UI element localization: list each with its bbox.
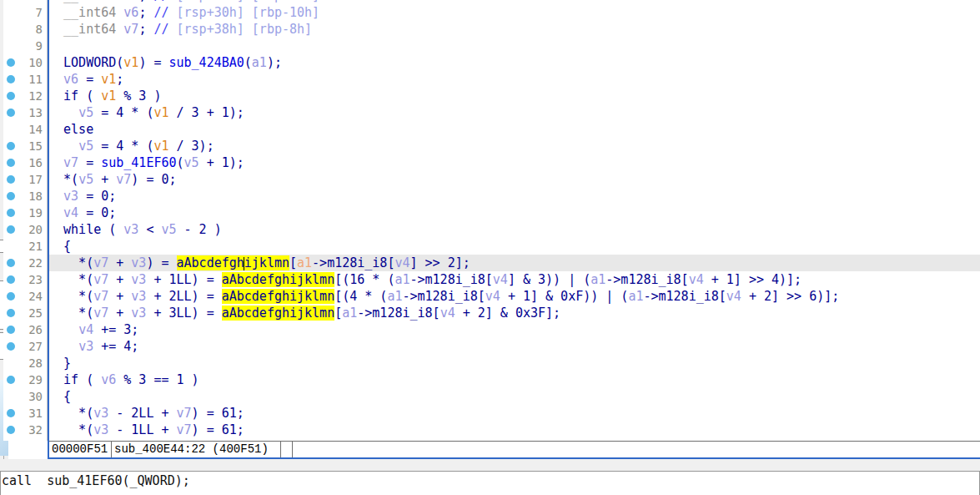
breakpoint-dot[interactable] <box>7 175 15 184</box>
code-token: + 2] >> 6)]; <box>741 289 839 304</box>
code-line[interactable]: *(v3 - 1LL + v7) = 61; <box>48 422 980 438</box>
code-line[interactable]: *(v5 + v7) = 0; <box>48 171 980 188</box>
breakpoint-dot[interactable] <box>7 58 15 67</box>
status-location: sub_400E44:22 (400F51) <box>112 442 281 458</box>
gutter-cell[interactable]: 13 <box>3 104 48 121</box>
code-token <box>116 0 123 3</box>
code-line[interactable]: *(v7 + v3) = aAbcdefghijklmn[a1->m128i_i… <box>48 255 980 271</box>
code-line[interactable]: v3 += 4; <box>48 338 980 355</box>
code-token: - 2LL + <box>108 406 176 421</box>
code-token: v1 <box>153 105 168 120</box>
code-line[interactable]: if ( v6 % 3 == 1 ) <box>48 371 980 388</box>
code-token: v1 <box>101 88 116 104</box>
breakpoint-dot[interactable] <box>7 376 15 384</box>
code-line[interactable]: *(v7 + v3 + 3LL) = aAbcdefghijklmn[a1->m… <box>48 305 980 321</box>
breakpoint-dot[interactable] <box>7 142 15 150</box>
code-token: = 4 * ( <box>93 139 153 154</box>
gutter-cell[interactable]: 20 <box>3 221 48 238</box>
pseudocode-pane[interactable]: 6 __int64 v5; // [rsp+28h] [rbp-18h]7 __… <box>3 0 980 441</box>
code-line[interactable]: v5 = 4 * (v1 / 3); <box>48 138 980 154</box>
code-line[interactable]: v6 = v1; <box>48 71 980 88</box>
gutter-cell[interactable]: 7 <box>3 4 48 21</box>
code-row: 7 __int64 v6; // [rsp+30h] [rbp-10h] <box>3 4 980 21</box>
code-line[interactable]: if ( v1 % 3 ) <box>48 88 980 104</box>
gutter-underrun <box>8 441 48 459</box>
gutter-cell[interactable]: 32 <box>3 422 48 438</box>
code-row: 20 while ( v3 < v5 - 2 ) <box>3 221 980 238</box>
code-token <box>116 22 123 37</box>
code-line[interactable]: { <box>48 388 980 405</box>
gutter-cell[interactable]: 9 <box>3 38 48 54</box>
breakpoint-dot[interactable] <box>7 192 15 200</box>
gutter-cell[interactable]: 31 <box>3 405 48 422</box>
gutter-cell[interactable]: 27 <box>3 338 48 355</box>
gutter-cell[interactable]: 12 <box>3 88 48 104</box>
breakpoint-dot[interactable] <box>7 225 15 234</box>
code-line[interactable]: v4 = 0; <box>48 205 980 221</box>
breakpoint-dot[interactable] <box>7 342 15 351</box>
code-line[interactable]: else <box>48 121 980 138</box>
code-token: += 3; <box>93 322 138 337</box>
code-row: 9 <box>3 38 980 54</box>
gutter-cell[interactable]: 21 <box>3 238 48 255</box>
gutter-cell[interactable]: 14 <box>3 121 48 138</box>
gutter-cell[interactable]: 23 <box>3 271 48 288</box>
code-line[interactable]: *(v7 + v3 + 1LL) = aAbcdefghijklmn[(16 *… <box>48 271 980 288</box>
gutter-cell[interactable]: 26 <box>3 321 48 338</box>
line-number: 7 <box>3 4 48 21</box>
breakpoint-dot[interactable] <box>7 109 15 117</box>
breakpoint-dot[interactable] <box>7 275 15 284</box>
line-number: 30 <box>3 388 48 405</box>
gutter-cell[interactable]: 16 <box>3 154 48 171</box>
gutter-cell[interactable]: 18 <box>3 188 48 205</box>
code-token: v3 <box>63 189 78 204</box>
gutter-cell[interactable]: 11 <box>3 71 48 88</box>
gutter-cell[interactable]: 10 <box>3 54 48 71</box>
code-token: v1 <box>153 139 168 154</box>
code-line[interactable]: __int64 v7; // [rsp+38h] [rbp-8h] <box>48 21 980 38</box>
gutter-cell[interactable]: 17 <box>3 171 48 188</box>
code-line[interactable] <box>48 38 980 54</box>
code-token: [ <box>289 255 297 270</box>
code-line[interactable]: LODWORD(v1) = sub_424BA0(a1); <box>48 54 980 71</box>
code-line[interactable]: v5 = 4 * (v1 / 3 + 1); <box>48 104 980 121</box>
gutter-cell[interactable]: 25 <box>3 305 48 321</box>
breakpoint-dot[interactable] <box>7 75 15 83</box>
breakpoint-dot[interactable] <box>7 309 15 317</box>
code-line[interactable]: v4 += 3; <box>48 321 980 338</box>
breakpoint-dot[interactable] <box>7 259 15 267</box>
code-token: ) = <box>138 55 168 70</box>
code-token: __int64 <box>48 5 116 20</box>
code-line[interactable]: while ( v3 < v5 - 2 ) <box>48 221 980 238</box>
code-row: 16 v7 = sub_41EF60(v5 + 1); <box>3 154 980 171</box>
code-token: v7 <box>93 255 108 270</box>
breakpoint-dot[interactable] <box>7 159 15 167</box>
code-line[interactable]: { <box>48 238 980 255</box>
breakpoint-dot[interactable] <box>7 409 15 417</box>
gutter-cell[interactable]: 15 <box>3 138 48 154</box>
code-line[interactable]: v3 = 0; <box>48 188 980 205</box>
code-token: / 3); <box>169 139 214 154</box>
gutter-cell[interactable]: 30 <box>3 388 48 405</box>
code-token: ->m128i_i8[ <box>312 255 395 270</box>
gutter-cell[interactable]: 8 <box>3 21 48 38</box>
gutter-cell[interactable]: 28 <box>3 355 48 371</box>
code-token: ) = 0; <box>131 172 176 187</box>
gutter-cell[interactable]: 29 <box>3 371 48 388</box>
breakpoint-dot[interactable] <box>7 326 15 334</box>
breakpoint-dot[interactable] <box>7 92 15 100</box>
breakpoint-dot[interactable] <box>7 426 15 434</box>
code-line[interactable]: *(v3 - 2LL + v7) = 61; <box>48 405 980 422</box>
gutter-cell[interactable]: 19 <box>3 205 48 221</box>
code-line[interactable]: v7 = sub_41EF60(v5 + 1); <box>48 154 980 171</box>
breakpoint-dot[interactable] <box>7 292 15 301</box>
gutter-cell[interactable]: 24 <box>3 288 48 305</box>
breakpoint-dot[interactable] <box>7 209 15 217</box>
code-line[interactable]: __int64 v6; // [rsp+30h] [rbp-10h] <box>48 4 980 21</box>
code-line[interactable]: *(v7 + v3 + 2LL) = aAbcdefghijklmn[(4 * … <box>48 288 980 305</box>
code-token: v7 <box>177 422 192 437</box>
code-token: - 1LL + <box>108 422 176 437</box>
code-token: ( <box>177 155 184 170</box>
gutter-cell[interactable]: 22 <box>3 255 48 271</box>
code-line[interactable]: } <box>48 355 980 371</box>
